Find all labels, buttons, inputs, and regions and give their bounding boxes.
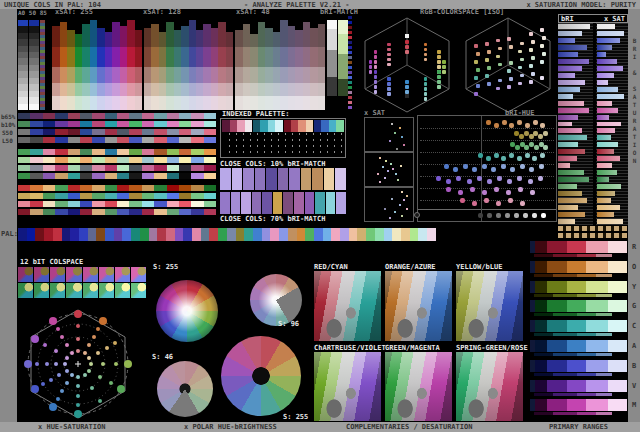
- bri-bar: [558, 73, 575, 78]
- swatch: [154, 149, 166, 155]
- grayscale-ramp-1: [18, 20, 28, 110]
- footer-hue-saturation[interactable]: x HUE-SATURATION: [38, 423, 105, 431]
- swatch: [68, 173, 80, 179]
- bri-bar: [558, 38, 575, 43]
- cube-dot: [529, 48, 533, 52]
- cube-dot: [374, 75, 378, 79]
- swatch: [236, 228, 245, 241]
- swatch: [179, 185, 191, 191]
- cube-dot: [540, 60, 544, 64]
- swatch: [142, 165, 154, 171]
- hue-column: [181, 20, 188, 110]
- swatch: [30, 201, 42, 207]
- cube-dot: [540, 28, 544, 32]
- primary-range-strip: [530, 281, 627, 293]
- hue-sat-dot: [109, 381, 113, 385]
- scatter-dot: [400, 165, 402, 167]
- cube-dot: [374, 90, 378, 94]
- swatch: [179, 149, 191, 155]
- cube-dot: [518, 66, 522, 70]
- hue-sat-dot: [56, 397, 60, 401]
- scatter-dot: [399, 204, 401, 206]
- cube-dot: [405, 80, 409, 84]
- swatch: [167, 173, 179, 179]
- swatch: [204, 137, 216, 143]
- hue-column: [250, 20, 258, 110]
- swatch: [289, 168, 300, 190]
- cube-dot: [529, 32, 533, 36]
- corner-dot: [414, 212, 420, 218]
- swatch: [305, 192, 315, 214]
- colspace-cell: [131, 267, 146, 282]
- primary-range-letter-B: B: [632, 362, 636, 370]
- cube-dot: [387, 48, 391, 52]
- saturation-model-toggle[interactable]: x SATURATION MODEL: PURITY: [526, 1, 636, 9]
- swatch: [167, 157, 179, 163]
- swatch: [105, 137, 117, 143]
- hue-sat-dot: [74, 410, 82, 418]
- scatter-dot: [379, 157, 381, 159]
- sat-bar: [597, 24, 615, 29]
- swatch: [68, 193, 80, 199]
- hue-sat-dot: [87, 356, 91, 360]
- comp-label-spring-green-rose: SPRING-GREEN/ROSE: [456, 344, 528, 352]
- cube-dot: [437, 65, 441, 69]
- xsat-header-label[interactable]: x SAT: [604, 15, 625, 23]
- pal-label: PAL:: [1, 230, 18, 238]
- bri-bar: [558, 156, 577, 161]
- cube-dot: [487, 82, 491, 86]
- gray-dot: [478, 213, 483, 218]
- swatch: [129, 121, 141, 127]
- footer-primary-ranges: PRIMARY RANGES: [549, 423, 608, 431]
- xsat255-label: xSAT: 255: [55, 8, 93, 16]
- colspace-cell: [18, 283, 33, 298]
- bri-bar: [558, 128, 582, 133]
- swatch: [154, 185, 166, 191]
- swatch: [18, 149, 30, 155]
- xsat-scatter-label[interactable]: x SAT: [364, 109, 385, 117]
- swatch: [204, 185, 216, 191]
- primary-range-substrip: [534, 254, 612, 257]
- bri-hue-panel: [417, 115, 557, 222]
- primary-range-strip: [530, 399, 627, 411]
- swatch: [80, 121, 92, 127]
- swatch: [154, 157, 166, 163]
- swatch: [117, 129, 129, 135]
- swatch: [55, 121, 67, 127]
- tick: [348, 41, 352, 44]
- grid-dotted-line: [420, 164, 554, 165]
- bri-bar: [558, 108, 589, 113]
- hue-column: [52, 20, 60, 110]
- swatch: [279, 228, 288, 241]
- swatch: [105, 165, 117, 171]
- hue-dot: [458, 190, 463, 195]
- grid-dotted-line: [420, 128, 554, 129]
- cube-dot: [542, 52, 546, 56]
- hue-column: [318, 20, 326, 110]
- swatch: [43, 149, 55, 155]
- swatch: [227, 228, 236, 241]
- primary-range-letter-Y: Y: [632, 283, 636, 291]
- primary-range-letter-R: R: [632, 243, 636, 251]
- hue-dot: [460, 198, 465, 203]
- palette-strip-7: [18, 165, 216, 171]
- hue-column: [273, 20, 281, 110]
- swatch: [209, 228, 218, 241]
- swatch: [43, 165, 55, 171]
- swatch: [191, 157, 203, 163]
- swatch: [80, 129, 92, 135]
- colspace-cell: [34, 283, 49, 298]
- footer-polar-hue-brightness[interactable]: x POLAR HUE-bRIGHTNESS: [184, 423, 277, 431]
- swatch: [129, 137, 141, 143]
- cube-dot: [387, 43, 391, 47]
- swatch: [68, 137, 80, 143]
- swatch: [154, 209, 166, 215]
- swatch: [179, 157, 191, 163]
- hue-dot: [482, 190, 487, 195]
- hue-dot: [538, 176, 543, 181]
- cube-dot: [476, 68, 480, 72]
- hue-dot: [487, 179, 492, 184]
- swatch: [105, 157, 117, 163]
- hue-sat-dot: [60, 335, 64, 339]
- scatter-dot: [394, 211, 396, 213]
